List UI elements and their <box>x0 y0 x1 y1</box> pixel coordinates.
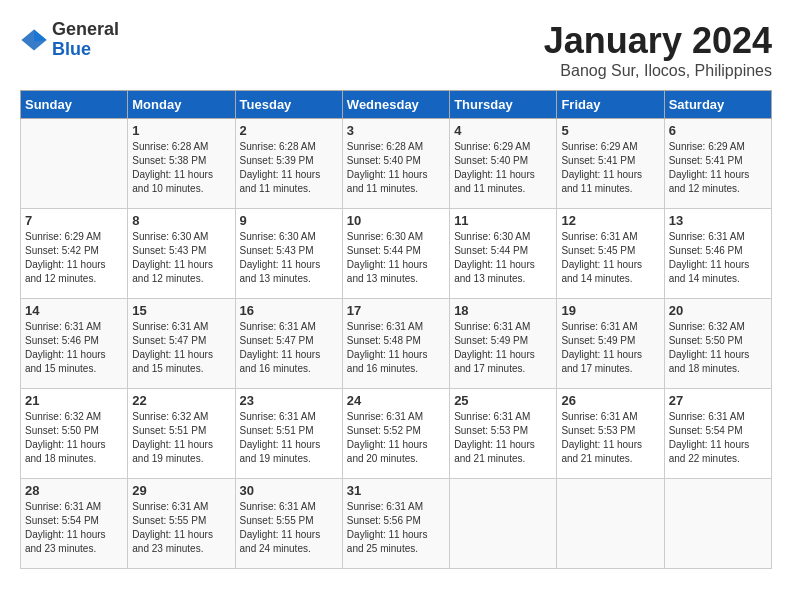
header-saturday: Saturday <box>664 91 771 119</box>
day-number: 19 <box>561 303 659 318</box>
day-number: 25 <box>454 393 552 408</box>
day-info: Sunrise: 6:31 AMSunset: 5:54 PMDaylight:… <box>669 410 767 466</box>
day-info: Sunrise: 6:31 AMSunset: 5:47 PMDaylight:… <box>132 320 230 376</box>
day-number: 21 <box>25 393 123 408</box>
day-info: Sunrise: 6:31 AMSunset: 5:54 PMDaylight:… <box>25 500 123 556</box>
day-info: Sunrise: 6:30 AMSunset: 5:44 PMDaylight:… <box>347 230 445 286</box>
day-info: Sunrise: 6:31 AMSunset: 5:46 PMDaylight:… <box>25 320 123 376</box>
header-sunday: Sunday <box>21 91 128 119</box>
day-info: Sunrise: 6:31 AMSunset: 5:45 PMDaylight:… <box>561 230 659 286</box>
logo: General Blue <box>20 20 119 60</box>
day-cell: 2Sunrise: 6:28 AMSunset: 5:39 PMDaylight… <box>235 119 342 209</box>
day-cell: 25Sunrise: 6:31 AMSunset: 5:53 PMDayligh… <box>450 389 557 479</box>
day-info: Sunrise: 6:31 AMSunset: 5:51 PMDaylight:… <box>240 410 338 466</box>
header: General Blue January 2024 Banog Sur, Ilo… <box>20 20 772 80</box>
day-cell: 31Sunrise: 6:31 AMSunset: 5:56 PMDayligh… <box>342 479 449 569</box>
day-cell <box>664 479 771 569</box>
day-info: Sunrise: 6:29 AMSunset: 5:41 PMDaylight:… <box>669 140 767 196</box>
day-cell: 14Sunrise: 6:31 AMSunset: 5:46 PMDayligh… <box>21 299 128 389</box>
day-number: 12 <box>561 213 659 228</box>
header-monday: Monday <box>128 91 235 119</box>
day-cell: 20Sunrise: 6:32 AMSunset: 5:50 PMDayligh… <box>664 299 771 389</box>
day-cell: 3Sunrise: 6:28 AMSunset: 5:40 PMDaylight… <box>342 119 449 209</box>
day-cell: 27Sunrise: 6:31 AMSunset: 5:54 PMDayligh… <box>664 389 771 479</box>
header-friday: Friday <box>557 91 664 119</box>
day-info: Sunrise: 6:28 AMSunset: 5:39 PMDaylight:… <box>240 140 338 196</box>
location-title: Banog Sur, Ilocos, Philippines <box>544 62 772 80</box>
day-cell <box>557 479 664 569</box>
day-number: 26 <box>561 393 659 408</box>
logo-text-blue: Blue <box>52 40 119 60</box>
day-number: 15 <box>132 303 230 318</box>
svg-marker-1 <box>34 29 47 41</box>
day-number: 13 <box>669 213 767 228</box>
day-cell: 5Sunrise: 6:29 AMSunset: 5:41 PMDaylight… <box>557 119 664 209</box>
day-info: Sunrise: 6:31 AMSunset: 5:49 PMDaylight:… <box>561 320 659 376</box>
day-cell: 13Sunrise: 6:31 AMSunset: 5:46 PMDayligh… <box>664 209 771 299</box>
day-cell: 22Sunrise: 6:32 AMSunset: 5:51 PMDayligh… <box>128 389 235 479</box>
day-info: Sunrise: 6:28 AMSunset: 5:38 PMDaylight:… <box>132 140 230 196</box>
day-info: Sunrise: 6:29 AMSunset: 5:40 PMDaylight:… <box>454 140 552 196</box>
day-info: Sunrise: 6:30 AMSunset: 5:44 PMDaylight:… <box>454 230 552 286</box>
day-info: Sunrise: 6:31 AMSunset: 5:55 PMDaylight:… <box>132 500 230 556</box>
day-number: 27 <box>669 393 767 408</box>
day-cell: 23Sunrise: 6:31 AMSunset: 5:51 PMDayligh… <box>235 389 342 479</box>
day-info: Sunrise: 6:31 AMSunset: 5:53 PMDaylight:… <box>454 410 552 466</box>
day-cell: 12Sunrise: 6:31 AMSunset: 5:45 PMDayligh… <box>557 209 664 299</box>
day-cell: 21Sunrise: 6:32 AMSunset: 5:50 PMDayligh… <box>21 389 128 479</box>
day-info: Sunrise: 6:31 AMSunset: 5:52 PMDaylight:… <box>347 410 445 466</box>
logo-icon <box>20 26 48 54</box>
day-info: Sunrise: 6:31 AMSunset: 5:55 PMDaylight:… <box>240 500 338 556</box>
day-cell: 16Sunrise: 6:31 AMSunset: 5:47 PMDayligh… <box>235 299 342 389</box>
month-title: January 2024 <box>544 20 772 62</box>
day-info: Sunrise: 6:30 AMSunset: 5:43 PMDaylight:… <box>132 230 230 286</box>
day-cell: 8Sunrise: 6:30 AMSunset: 5:43 PMDaylight… <box>128 209 235 299</box>
day-number: 23 <box>240 393 338 408</box>
day-info: Sunrise: 6:29 AMSunset: 5:42 PMDaylight:… <box>25 230 123 286</box>
day-number: 5 <box>561 123 659 138</box>
day-info: Sunrise: 6:32 AMSunset: 5:51 PMDaylight:… <box>132 410 230 466</box>
day-info: Sunrise: 6:31 AMSunset: 5:56 PMDaylight:… <box>347 500 445 556</box>
day-number: 22 <box>132 393 230 408</box>
logo-text-general: General <box>52 20 119 40</box>
day-info: Sunrise: 6:31 AMSunset: 5:53 PMDaylight:… <box>561 410 659 466</box>
day-number: 24 <box>347 393 445 408</box>
day-cell: 17Sunrise: 6:31 AMSunset: 5:48 PMDayligh… <box>342 299 449 389</box>
week-row-5: 28Sunrise: 6:31 AMSunset: 5:54 PMDayligh… <box>21 479 772 569</box>
title-area: January 2024 Banog Sur, Ilocos, Philippi… <box>544 20 772 80</box>
day-cell: 29Sunrise: 6:31 AMSunset: 5:55 PMDayligh… <box>128 479 235 569</box>
day-cell: 1Sunrise: 6:28 AMSunset: 5:38 PMDaylight… <box>128 119 235 209</box>
calendar-header-row: SundayMondayTuesdayWednesdayThursdayFrid… <box>21 91 772 119</box>
day-info: Sunrise: 6:30 AMSunset: 5:43 PMDaylight:… <box>240 230 338 286</box>
header-thursday: Thursday <box>450 91 557 119</box>
day-number: 7 <box>25 213 123 228</box>
day-cell: 4Sunrise: 6:29 AMSunset: 5:40 PMDaylight… <box>450 119 557 209</box>
day-cell: 10Sunrise: 6:30 AMSunset: 5:44 PMDayligh… <box>342 209 449 299</box>
day-number: 28 <box>25 483 123 498</box>
day-number: 31 <box>347 483 445 498</box>
day-cell: 6Sunrise: 6:29 AMSunset: 5:41 PMDaylight… <box>664 119 771 209</box>
day-cell: 11Sunrise: 6:30 AMSunset: 5:44 PMDayligh… <box>450 209 557 299</box>
week-row-3: 14Sunrise: 6:31 AMSunset: 5:46 PMDayligh… <box>21 299 772 389</box>
day-number: 14 <box>25 303 123 318</box>
day-info: Sunrise: 6:32 AMSunset: 5:50 PMDaylight:… <box>25 410 123 466</box>
day-number: 20 <box>669 303 767 318</box>
day-number: 2 <box>240 123 338 138</box>
day-info: Sunrise: 6:31 AMSunset: 5:48 PMDaylight:… <box>347 320 445 376</box>
day-number: 9 <box>240 213 338 228</box>
day-cell <box>21 119 128 209</box>
header-wednesday: Wednesday <box>342 91 449 119</box>
day-number: 6 <box>669 123 767 138</box>
day-cell: 24Sunrise: 6:31 AMSunset: 5:52 PMDayligh… <box>342 389 449 479</box>
day-number: 18 <box>454 303 552 318</box>
day-cell: 30Sunrise: 6:31 AMSunset: 5:55 PMDayligh… <box>235 479 342 569</box>
day-number: 11 <box>454 213 552 228</box>
day-number: 8 <box>132 213 230 228</box>
day-cell: 26Sunrise: 6:31 AMSunset: 5:53 PMDayligh… <box>557 389 664 479</box>
day-number: 10 <box>347 213 445 228</box>
day-number: 17 <box>347 303 445 318</box>
day-info: Sunrise: 6:31 AMSunset: 5:46 PMDaylight:… <box>669 230 767 286</box>
day-number: 16 <box>240 303 338 318</box>
day-cell: 7Sunrise: 6:29 AMSunset: 5:42 PMDaylight… <box>21 209 128 299</box>
day-info: Sunrise: 6:28 AMSunset: 5:40 PMDaylight:… <box>347 140 445 196</box>
